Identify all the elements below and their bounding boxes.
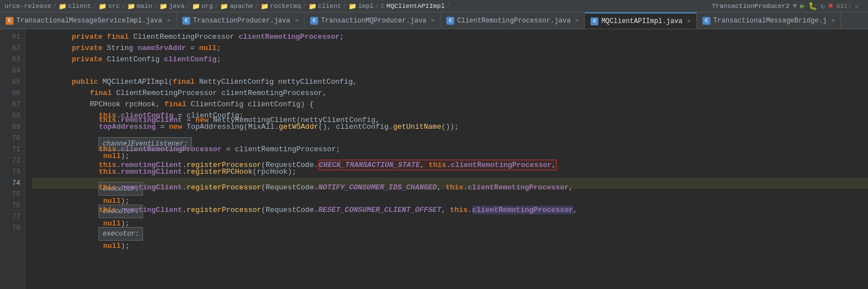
sep8: / (303, 2, 307, 10)
breadcrumb-rocketmq: rocketmq (270, 2, 301, 10)
sep7: / (255, 2, 259, 10)
tab-close-4[interactable]: × (575, 17, 579, 24)
tab-close-2[interactable]: × (295, 17, 299, 24)
sep4: / (154, 2, 158, 10)
line-num-75: 75 (0, 189, 20, 200)
tab-transaction-mq-producer[interactable]: C TransactionMQProducer.java × (305, 12, 441, 29)
tab-close-5[interactable]: × (687, 18, 691, 25)
tab-label-1: TransactionalMessageServiceImpl.java (16, 17, 162, 25)
sep3: / (122, 2, 126, 10)
tab-close-1[interactable]: × (167, 17, 171, 24)
tab-close-6[interactable]: × (831, 17, 835, 24)
breadcrumb-org: org (202, 2, 213, 10)
executor-hint-78: executor: (99, 227, 143, 241)
line-num-78: 78 (0, 223, 20, 234)
breadcrumb-apache: apache (230, 2, 253, 10)
java-folder-icon: 📁 (159, 2, 167, 10)
tab-close-3[interactable]: × (431, 17, 435, 24)
line-numbers: 61 62 63 64 65 66 67 68 69 70 71 72 73 7… (0, 29, 25, 289)
line-num-61: 61 (0, 31, 20, 43)
run-config-label: TransactionProducer2 (712, 2, 789, 10)
tab-icon-6: C (703, 17, 710, 25)
breadcrumb-bar: urce-release / 📁 client / 📁 src / 📁 main… (0, 0, 868, 12)
sep10: / (375, 2, 379, 10)
line-num-73: 73 (0, 166, 20, 178)
tab-label-5: MQClientAPIImpl.java (601, 17, 682, 25)
sep2: / (93, 2, 97, 10)
code-line-63: private ClientConfig clientConfig; (32, 54, 868, 65)
code-content[interactable]: private final ClientRemotingProcessor cl… (25, 29, 868, 289)
tab-icon-2: C (182, 17, 190, 25)
breadcrumb-main: main (137, 2, 153, 10)
breadcrumb-src: src (108, 2, 120, 10)
git-icon: ✓ (855, 2, 859, 10)
breadcrumb-client: client (68, 2, 91, 10)
line-num-76: 76 (0, 200, 20, 211)
run-button[interactable]: ▶ (800, 1, 804, 11)
tab-label-6: TransactionalMessageBridge.j (713, 17, 827, 25)
git-label: Git: (836, 2, 852, 10)
breadcrumb-class: MQClientAPIImpl (387, 2, 445, 10)
tab-mq-client-api-impl[interactable]: C MQClientAPIImpl.java × (585, 12, 697, 29)
rerun-button[interactable]: ↻ (821, 2, 825, 11)
rocketmq-folder-icon: 📁 (261, 2, 269, 10)
tab-icon-5: C (590, 17, 598, 25)
line-num-77: 77 (0, 211, 20, 223)
line-num-69: 69 (0, 121, 20, 133)
tab-label-2: TransactionProducer.java (193, 17, 290, 25)
debug-button[interactable]: 🐛 (808, 2, 817, 11)
run-dropdown-icon[interactable]: ▼ (793, 2, 797, 10)
sep9: / (343, 2, 347, 10)
tab-icon-1: C (6, 17, 14, 25)
impl-folder-icon: 📁 (348, 2, 356, 10)
tab-transaction-producer[interactable]: C TransactionProducer.java × (177, 12, 305, 29)
line-num-63: 63 (0, 54, 20, 65)
src-folder-icon: 📁 (99, 2, 106, 10)
sep1: / (53, 2, 57, 10)
tab-icon-4: C (446, 17, 454, 25)
tab-client-remoting-processor[interactable]: C ClientRemotingProcessor.java × (441, 12, 585, 29)
main-folder-icon: 📁 (127, 2, 135, 10)
sep5: / (186, 2, 190, 10)
client2-folder-icon: 📁 (308, 2, 316, 10)
line-num-65: 65 (0, 76, 20, 88)
stop-button[interactable]: ■ (829, 2, 833, 10)
tab-label-4: ClientRemotingProcessor.java (457, 17, 571, 25)
line-num-62: 62 (0, 43, 20, 54)
line-num-67: 67 (0, 99, 20, 110)
line-num-71: 71 (0, 144, 20, 155)
line-num-68: 68 (0, 110, 20, 121)
tab-label-3: TransactionMQProducer.java (321, 17, 426, 25)
breadcrumb-client2: client (318, 2, 341, 10)
sep11: / (446, 2, 450, 10)
class-icon: C (381, 2, 385, 10)
apache-folder-icon: 📁 (220, 2, 228, 10)
tab-icon-3: C (310, 17, 318, 25)
tab-transactional-service[interactable]: C TransactionalMessageServiceImpl.java × (0, 12, 177, 29)
org-folder-icon: 📁 (192, 2, 200, 10)
breadcrumb-urce-release: urce-release (5, 2, 51, 10)
line-num-70: 70 (0, 133, 20, 144)
tabs-bar: C TransactionalMessageServiceImpl.java ×… (0, 12, 868, 29)
code-area: 61 62 63 64 65 66 67 68 69 70 71 72 73 7… (0, 29, 868, 289)
breadcrumb-impl: impl (358, 2, 374, 10)
code-line-78: this.remotingClient.registerProcessor(Re… (32, 223, 868, 234)
tab-transactional-bridge[interactable]: C TransactionalMessageBridge.j × (697, 12, 841, 29)
line-num-64: 64 (0, 65, 20, 76)
line-num-74: 74 (0, 178, 20, 189)
breadcrumb-java: java (169, 2, 185, 10)
sep6: / (214, 2, 218, 10)
line-num-72: 72 (0, 155, 20, 166)
line-num-66: 66 (0, 88, 20, 99)
client-folder-icon: 📁 (59, 2, 66, 10)
